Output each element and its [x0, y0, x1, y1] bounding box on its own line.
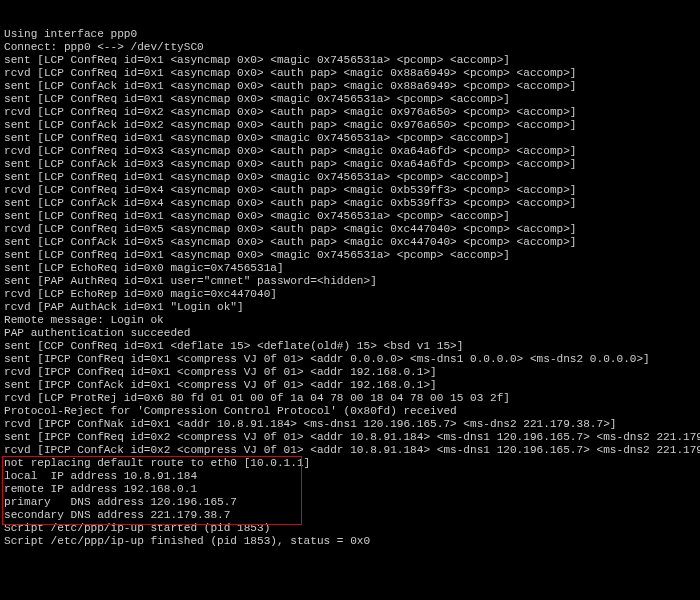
terminal-line: primary DNS address 120.196.165.7 — [4, 496, 696, 509]
terminal-line: rcvd [LCP ConfReq id=0x2 <asyncmap 0x0> … — [4, 106, 696, 119]
terminal-line: sent [LCP ConfReq id=0x1 <asyncmap 0x0> … — [4, 132, 696, 145]
terminal-line: sent [LCP ConfReq id=0x1 <asyncmap 0x0> … — [4, 54, 696, 67]
terminal-line: sent [LCP ConfReq id=0x1 <asyncmap 0x0> … — [4, 171, 696, 184]
terminal-line: Remote message: Login ok — [4, 314, 696, 327]
terminal-line: remote IP address 192.168.0.1 — [4, 483, 696, 496]
terminal-line: Connect: ppp0 <--> /dev/ttySC0 — [4, 41, 696, 54]
terminal-line: sent [PAP AuthReq id=0x1 user="cmnet" pa… — [4, 275, 696, 288]
terminal-line: rcvd [LCP ConfReq id=0x5 <asyncmap 0x0> … — [4, 223, 696, 236]
terminal-line: not replacing default route to eth0 [10.… — [4, 457, 696, 470]
terminal-line: rcvd [LCP ConfReq id=0x1 <asyncmap 0x0> … — [4, 67, 696, 80]
terminal-line: sent [LCP ConfReq id=0x1 <asyncmap 0x0> … — [4, 249, 696, 262]
terminal-line: rcvd [IPCP ConfNak id=0x1 <addr 10.8.91.… — [4, 418, 696, 431]
terminal-line: rcvd [LCP EchoRep id=0x0 magic=0xc447040… — [4, 288, 696, 301]
terminal-line: secondary DNS address 221.179.38.7 — [4, 509, 696, 522]
terminal-line: sent [IPCP ConfAck id=0x1 <compress VJ 0… — [4, 379, 696, 392]
terminal-line: sent [CCP ConfReq id=0x1 <deflate 15> <d… — [4, 340, 696, 353]
terminal-line: rcvd [PAP AuthAck id=0x1 "Login ok"] — [4, 301, 696, 314]
terminal-line: sent [LCP ConfAck id=0x4 <asyncmap 0x0> … — [4, 197, 696, 210]
terminal-line: sent [IPCP ConfReq id=0x2 <compress VJ 0… — [4, 431, 696, 444]
terminal-line: Script /etc/ppp/ip-up finished (pid 1853… — [4, 535, 696, 548]
terminal-output: Using interface ppp0Connect: ppp0 <--> /… — [0, 0, 700, 576]
terminal-line: rcvd [IPCP ConfAck id=0x2 <compress VJ 0… — [4, 444, 696, 457]
terminal-line: sent [LCP EchoReq id=0x0 magic=0x7456531… — [4, 262, 696, 275]
terminal-line: Using interface ppp0 — [4, 28, 696, 41]
terminal-line: local IP address 10.8.91.184 — [4, 470, 696, 483]
terminal-line: PAP authentication succeeded — [4, 327, 696, 340]
terminal-line: Protocol-Reject for 'Compression Control… — [4, 405, 696, 418]
terminal-line: rcvd [LCP ConfReq id=0x4 <asyncmap 0x0> … — [4, 184, 696, 197]
terminal-line: sent [LCP ConfAck id=0x5 <asyncmap 0x0> … — [4, 236, 696, 249]
terminal-line: sent [LCP ConfAck id=0x2 <asyncmap 0x0> … — [4, 119, 696, 132]
terminal-line: sent [LCP ConfReq id=0x1 <asyncmap 0x0> … — [4, 210, 696, 223]
terminal-line: sent [IPCP ConfReq id=0x1 <compress VJ 0… — [4, 353, 696, 366]
terminal-line: rcvd [IPCP ConfReq id=0x1 <compress VJ 0… — [4, 366, 696, 379]
terminal-line: sent [LCP ConfAck id=0x3 <asyncmap 0x0> … — [4, 158, 696, 171]
terminal-line: rcvd [LCP ConfReq id=0x3 <asyncmap 0x0> … — [4, 145, 696, 158]
terminal-line: rcvd [LCP ProtRej id=0x6 80 fd 01 01 00 … — [4, 392, 696, 405]
terminal-line: Script /etc/ppp/ip-up started (pid 1853) — [4, 522, 696, 535]
terminal-line: sent [LCP ConfAck id=0x1 <asyncmap 0x0> … — [4, 80, 696, 93]
terminal-line: sent [LCP ConfReq id=0x1 <asyncmap 0x0> … — [4, 93, 696, 106]
